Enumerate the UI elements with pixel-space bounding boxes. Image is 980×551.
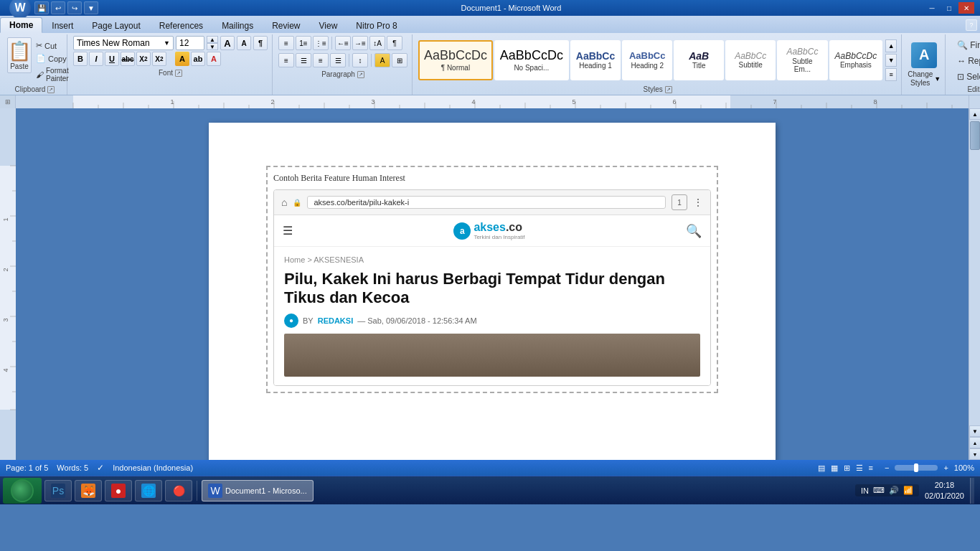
align-right-btn[interactable]: ≡ xyxy=(313,53,329,67)
qa-dropdown-btn[interactable]: ▼ xyxy=(84,1,98,14)
shading-btn[interactable]: A xyxy=(374,53,390,67)
scroll-up-btn[interactable]: ▲ xyxy=(969,108,980,120)
replace-btn[interactable]: ↔ Replace xyxy=(953,55,980,67)
copy-btn[interactable]: 📄 Copy xyxy=(34,53,70,64)
show-formatting-btn[interactable]: ¶ xyxy=(387,36,402,50)
style-normal[interactable]: AaBbCcDc ¶ Normal xyxy=(418,40,493,80)
scroll-track[interactable] xyxy=(969,120,980,425)
justify-btn[interactable]: ☰ xyxy=(330,53,346,67)
change-styles-icon[interactable]: A xyxy=(911,42,937,68)
tab-page-layout[interactable]: Page Layout xyxy=(83,17,149,33)
prev-page-btn[interactable]: ▲ xyxy=(969,437,980,448)
tab-insert[interactable]: Insert xyxy=(42,17,83,33)
undo-quick-btn[interactable]: ↩ xyxy=(51,1,65,14)
style-no-spacing[interactable]: AaBbCcDc No Spaci... xyxy=(494,40,569,80)
taskbar-word-window[interactable]: W Document1 - Microso... xyxy=(202,480,314,501)
subscript-btn[interactable]: X2 xyxy=(136,52,151,66)
view-outline-btn[interactable]: ☰ xyxy=(856,463,863,473)
view-normal-btn[interactable]: ▤ xyxy=(818,463,825,473)
decrease-indent-btn[interactable]: ←≡ xyxy=(335,36,351,50)
bold-btn[interactable]: B xyxy=(73,52,88,66)
save-quick-btn[interactable]: 💾 xyxy=(34,1,49,14)
scroll-down-btn[interactable]: ▼ xyxy=(969,425,980,437)
font-expand-btn[interactable]: ↗ xyxy=(175,70,182,77)
scroll-thumb[interactable] xyxy=(970,121,980,150)
taskbar-app-ps[interactable]: Ps xyxy=(44,480,72,501)
font-color-btn[interactable]: A xyxy=(207,52,221,66)
style-subtitle[interactable]: AaBbCc Subtitle xyxy=(725,40,776,80)
clipboard-expand-btn[interactable]: ↗ xyxy=(47,86,55,93)
zoom-percent[interactable]: 100% xyxy=(954,463,974,472)
align-left-btn[interactable]: ≡ xyxy=(278,53,294,67)
tab-references[interactable]: References xyxy=(150,17,212,33)
style-emphasis[interactable]: AaBbCcDc Emphasis xyxy=(829,40,883,80)
close-btn[interactable]: ✕ xyxy=(958,2,974,14)
view-layout-btn[interactable]: ▦ xyxy=(831,463,838,473)
zoom-plus-btn[interactable]: + xyxy=(943,463,948,472)
styles-scroll-down-btn[interactable]: ▼ xyxy=(885,54,897,67)
styles-expand-corner-btn[interactable]: ↗ xyxy=(665,86,672,93)
sort-btn[interactable]: ↕A xyxy=(369,36,385,50)
borders-btn[interactable]: ⊞ xyxy=(392,53,407,67)
paste-button[interactable]: 📋 Paste xyxy=(7,37,32,73)
tab-nitro[interactable]: Nitro Pro 8 xyxy=(347,17,406,33)
font-name-selector[interactable]: Times New Roman ▼ xyxy=(73,36,174,50)
tab-home[interactable]: Home xyxy=(0,17,42,33)
align-center-btn[interactable]: ☰ xyxy=(296,53,311,67)
font-size-decrease-btn[interactable]: ▼ xyxy=(207,43,218,50)
tab-view[interactable]: View xyxy=(310,17,347,33)
superscript-btn[interactable]: X2 xyxy=(152,52,166,66)
para-expand-btn[interactable]: ↗ xyxy=(357,71,364,78)
zoom-slider-thumb[interactable] xyxy=(914,463,918,472)
taskbar-app-chrome[interactable]: 🔴 xyxy=(165,480,192,501)
start-button[interactable] xyxy=(3,478,42,504)
bullets-btn[interactable]: ≡ xyxy=(278,36,294,50)
highlight-btn[interactable]: ab xyxy=(191,52,205,66)
lang-indicator: IN xyxy=(861,486,869,495)
increase-indent-btn[interactable]: →≡ xyxy=(352,36,368,50)
help-btn[interactable]: ? xyxy=(966,19,977,31)
underline-btn[interactable]: U xyxy=(105,52,119,66)
line-spacing-btn[interactable]: ↕ xyxy=(352,53,368,67)
document-scroll-area[interactable]: Contoh Berita Feature Human Interest ⌂ 🔒… xyxy=(16,108,969,460)
tab-review[interactable]: Review xyxy=(263,17,309,33)
font-grow-btn[interactable]: A xyxy=(220,36,235,50)
next-page-btn[interactable]: ▼ xyxy=(969,448,980,460)
tab-mailings[interactable]: Mailings xyxy=(212,17,263,33)
style-title[interactable]: AaB Title xyxy=(674,40,724,80)
multilevel-btn[interactable]: ⋮≡ xyxy=(313,36,329,50)
view-draft-btn[interactable]: ≡ xyxy=(869,463,873,472)
words-status[interactable]: Words: 5 xyxy=(57,463,88,472)
restore-btn[interactable]: □ xyxy=(941,2,957,14)
taskbar-app-browser[interactable]: 🌐 xyxy=(135,480,162,501)
clock[interactable]: 20:18 02/01/2020 xyxy=(925,480,964,501)
minimize-btn[interactable]: ─ xyxy=(924,2,940,14)
clear-format-btn[interactable]: ¶ xyxy=(253,36,268,50)
style-heading1[interactable]: AaBbCc Heading 1 xyxy=(570,40,621,80)
view-web-btn[interactable]: ⊞ xyxy=(844,463,850,473)
numbering-btn[interactable]: 1≡ xyxy=(296,36,311,50)
strikethrough-btn[interactable]: abc xyxy=(121,52,135,66)
redo-quick-btn[interactable]: ↪ xyxy=(67,1,82,14)
styles-scroll-up-btn[interactable]: ▲ xyxy=(885,39,897,52)
cut-btn[interactable]: ✂ Cut xyxy=(34,40,70,51)
ruler-corner[interactable]: ⊞ xyxy=(0,95,16,108)
vertical-scrollbar[interactable]: ▲ ▼ ▲ ▼ xyxy=(969,108,980,460)
taskbar-app-other[interactable]: ● xyxy=(105,480,132,501)
format-painter-btn[interactable]: 🖌 Format Painter xyxy=(34,66,70,83)
style-subtle-em[interactable]: AaBbCc Subtle Em... xyxy=(777,40,827,80)
font-shrink-btn[interactable]: A xyxy=(237,36,251,50)
select-btn[interactable]: ⊡ Select ▾ xyxy=(953,70,980,83)
style-heading2[interactable]: AaBbCc Heading 2 xyxy=(622,40,672,80)
zoom-minus-btn[interactable]: − xyxy=(885,463,889,472)
language-status[interactable]: Indonesian (Indonesia) xyxy=(113,463,193,472)
taskbar-app-ff[interactable]: 🦊 xyxy=(75,480,102,501)
show-desktop-btn[interactable] xyxy=(970,478,974,504)
font-size-input[interactable]: 12 xyxy=(176,36,204,50)
find-btn[interactable]: 🔍 Find ▾ xyxy=(953,39,980,52)
styles-expand-btn[interactable]: ≡ xyxy=(885,68,897,81)
page-status[interactable]: Page: 1 of 5 xyxy=(6,463,48,472)
italic-btn[interactable]: I xyxy=(89,52,103,66)
font-size-increase-btn[interactable]: ▲ xyxy=(207,36,218,43)
text-effects-btn[interactable]: A xyxy=(175,52,189,66)
